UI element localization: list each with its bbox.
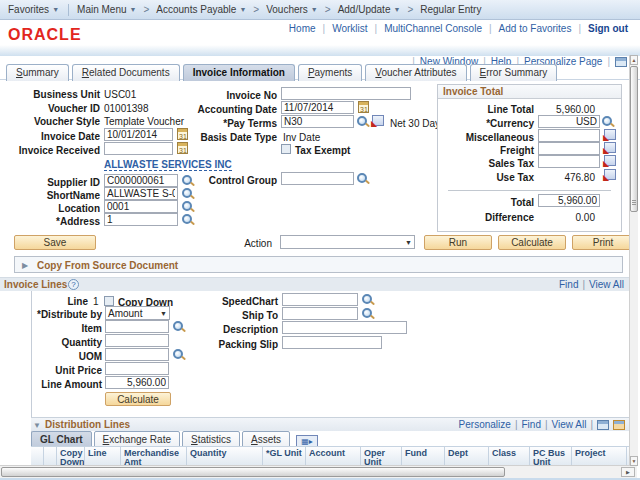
copy-from-source-section[interactable]: ▶ Copy From Source Document (14, 256, 623, 273)
print-button[interactable]: Print (572, 235, 634, 250)
divider: | (590, 419, 593, 430)
uom-input[interactable] (105, 348, 169, 361)
copy-down-checkbox[interactable] (104, 296, 114, 306)
item-input[interactable] (105, 320, 169, 333)
horizontal-scrollbar[interactable]: ▶ (0, 465, 637, 478)
location-lookup-icon[interactable] (182, 200, 195, 213)
line-amount-input[interactable] (105, 376, 169, 389)
currency-input[interactable] (538, 115, 600, 128)
grid-tab-label: Statistics (191, 434, 231, 445)
packing-slip-input[interactable] (282, 336, 382, 349)
shortname-input[interactable] (104, 187, 178, 200)
location-label: Location (0, 203, 100, 214)
calendar-icon[interactable] (177, 142, 188, 154)
description-input[interactable] (282, 321, 407, 334)
freight-input[interactable] (538, 142, 600, 155)
accounting-date-input[interactable] (281, 101, 354, 114)
breadcrumb-separator: > (143, 4, 149, 15)
horizontal-scrollbar-thumb[interactable] (1, 467, 505, 477)
supplier-name-link[interactable]: ALLWASTE SERVICES INC (104, 159, 232, 171)
personalize-layout-icon[interactable] (615, 57, 627, 67)
line-amount-label: Line Amount (0, 379, 102, 390)
currency-lookup-icon[interactable] (602, 115, 615, 128)
worklist-link[interactable]: Worklist (332, 23, 367, 34)
unit-price-input[interactable] (105, 362, 169, 375)
accounting-date-label: Accounting Date (180, 104, 277, 115)
main-menu[interactable]: Main Menu ▼ (77, 4, 136, 15)
miscellaneous-detail-icon[interactable] (604, 129, 616, 140)
address-lookup-icon[interactable] (182, 213, 195, 226)
vertical-scrollbar-thumb[interactable] (630, 66, 638, 212)
sales-tax-detail-icon[interactable] (604, 155, 616, 166)
home-link[interactable]: Home (289, 23, 316, 34)
calendar-icon[interactable] (358, 101, 369, 113)
view-all-link[interactable]: View All (589, 279, 624, 290)
location-input[interactable] (104, 200, 178, 213)
favorites-menu[interactable]: Favorites ▼ (8, 4, 59, 15)
speedchart-lookup-icon[interactable] (362, 293, 375, 306)
quantity-input[interactable] (105, 334, 169, 347)
multichannel-console-link[interactable]: MultiChannel Console (384, 23, 482, 34)
help-icon[interactable]: ? (68, 279, 79, 290)
shortname-lookup-icon[interactable] (182, 187, 195, 200)
tab-related-documents[interactable]: Related Documents (72, 64, 180, 81)
breadcrumb-item-accounts-payable[interactable]: Accounts Payable ▼ (156, 4, 246, 15)
personalize-link[interactable]: Personalize (459, 419, 511, 430)
tax-exempt-checkbox[interactable] (281, 144, 291, 154)
ship-to-lookup-icon[interactable] (362, 307, 375, 320)
pay-terms-detail-icon[interactable] (372, 115, 384, 126)
distribution-lines-header[interactable]: ▼ Distribution Lines Personalize | Find … (31, 417, 629, 431)
miscellaneous-input[interactable] (538, 129, 600, 142)
peoplesoft-voucher-page: Favorites ▼ Main Menu ▼ > Accounts Payab… (0, 0, 640, 480)
tab-error-summary[interactable]: Error Summary (470, 64, 558, 81)
view-all-link[interactable]: View All (552, 419, 587, 430)
item-label: Item (0, 323, 102, 334)
find-link[interactable]: Find (559, 279, 578, 290)
control-group-input[interactable] (281, 172, 354, 185)
sales-tax-input[interactable] (538, 155, 600, 168)
line-calculate-button[interactable]: Calculate (105, 392, 171, 406)
add-to-favorites-link[interactable]: Add to Favorites (499, 23, 572, 34)
copy-from-source-title: Copy From Source Document (37, 260, 178, 271)
save-button[interactable]: Save (14, 235, 96, 250)
tab-voucher-attributes[interactable]: Voucher Attributes (365, 64, 466, 81)
supplier-id-input[interactable] (104, 174, 178, 187)
scroll-down-arrow[interactable]: ▼ (630, 456, 638, 466)
tab-payments[interactable]: Payments (298, 64, 362, 81)
use-tax-detail-icon[interactable] (604, 169, 616, 180)
scroll-up-arrow[interactable]: ▲ (630, 55, 638, 65)
tab-summary[interactable]: Summary (6, 64, 69, 81)
breadcrumb-item-add-update[interactable]: Add/Update ▼ (338, 4, 401, 15)
total-input[interactable] (538, 194, 600, 207)
total-label: Total (438, 197, 534, 208)
pay-terms-lookup-icon[interactable] (357, 115, 370, 128)
distribute-by-select[interactable]: Amount ▼ (105, 306, 170, 320)
zoom-grid-icon[interactable] (613, 420, 625, 430)
control-group-lookup-icon[interactable] (357, 172, 370, 185)
action-select[interactable]: ▼ (280, 235, 415, 249)
pay-terms-input[interactable] (281, 115, 354, 128)
oracle-logo: ORACLE (8, 26, 82, 44)
breadcrumb-item-vouchers[interactable]: Vouchers ▼ (266, 4, 318, 15)
download-icon[interactable] (597, 420, 609, 430)
address-input[interactable] (104, 213, 178, 226)
vertical-scrollbar[interactable]: ▲ ▼ (629, 55, 638, 466)
calculate-button[interactable]: Calculate (498, 235, 566, 250)
invoice-received-input[interactable] (104, 142, 173, 155)
ship-to-input[interactable] (282, 307, 358, 320)
invoice-no-input[interactable] (281, 87, 411, 100)
sign-out-link[interactable]: Sign out (588, 23, 628, 34)
invoice-lines-header: Invoice Lines ? Find | View All (0, 277, 637, 291)
run-button[interactable]: Run (424, 235, 492, 250)
breadcrumb-item-label: Add/Update (338, 4, 391, 15)
tab-label: Related Documents (82, 67, 170, 78)
freight-detail-icon[interactable] (604, 142, 616, 153)
speedchart-input[interactable] (282, 293, 358, 306)
invoice-date-input[interactable] (104, 128, 173, 141)
grid-column-header: *GL Unit (263, 447, 306, 466)
breadcrumb-separator: > (407, 4, 413, 15)
divider: | (489, 23, 492, 34)
tab-invoice-information[interactable]: Invoice Information (183, 64, 295, 81)
scroll-right-arrow[interactable]: ▶ (621, 467, 635, 477)
find-link[interactable]: Find (521, 419, 540, 430)
